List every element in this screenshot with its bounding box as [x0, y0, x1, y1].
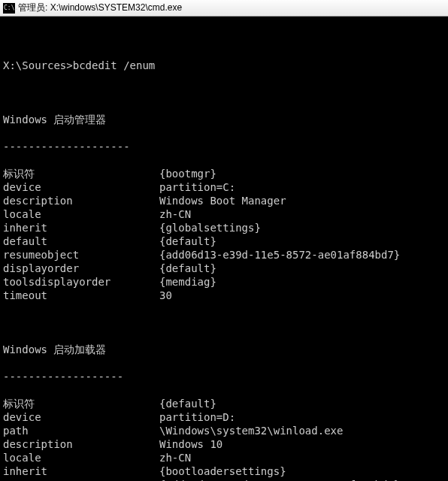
cmd-icon: C:\.	[3, 3, 15, 14]
row-key: locale	[3, 451, 159, 464]
row-value: {globalsettings}	[159, 221, 445, 234]
row-key: device	[3, 180, 159, 194]
row-value: {default}	[159, 234, 445, 248]
row-value: 30	[159, 289, 445, 302]
row-key: displayorder	[3, 262, 159, 275]
output-row: default{default}	[3, 234, 445, 248]
output-row: inherit{globalsettings}	[3, 221, 445, 234]
output-row: descriptionWindows Boot Manager	[3, 194, 445, 207]
cmd-icon-text: C:\.	[4, 5, 18, 11]
row-key: path	[3, 424, 159, 437]
row-value: {add06d15-e39d-11e5-8572-ae01af884bd7}	[159, 478, 445, 481]
section-title: Windows 启动管理器	[3, 113, 445, 126]
row-value: {bootloadersettings}	[159, 464, 445, 478]
row-value: {bootmgr}	[159, 167, 445, 180]
prompt-line: X:\Sources>bcdedit /enum	[3, 59, 445, 72]
row-key: locale	[3, 207, 159, 221]
row-key: inherit	[3, 221, 159, 234]
output-row: 标识符{default}	[3, 397, 445, 410]
row-key: inherit	[3, 464, 159, 478]
row-key: default	[3, 234, 159, 248]
output-row: 标识符{bootmgr}	[3, 167, 445, 180]
row-key: timeout	[3, 289, 159, 302]
output-row: timeout30	[3, 289, 445, 302]
blank-line	[3, 86, 445, 99]
command-text: bcdedit /enum	[73, 59, 156, 72]
section-divider: --------------------	[3, 140, 445, 153]
row-value: partition=D:	[159, 410, 445, 424]
output-row: displayorder{default}	[3, 262, 445, 275]
output-row: devicepartition=C:	[3, 180, 445, 194]
blank-line	[3, 316, 445, 329]
output-row: devicepartition=D:	[3, 410, 445, 424]
output-row: path\Windows\system32\winload.exe	[3, 424, 445, 437]
output-row: localezh-CN	[3, 451, 445, 464]
output-row: inherit{bootloadersettings}	[3, 464, 445, 478]
row-key: recoverysequence	[3, 478, 159, 481]
row-value: partition=C:	[159, 180, 445, 194]
row-value: {add06d13-e39d-11e5-8572-ae01af884bd7}	[159, 248, 445, 262]
row-value: Windows 10	[159, 437, 445, 451]
row-key: description	[3, 194, 159, 207]
row-key: resumeobject	[3, 248, 159, 262]
terminal-output[interactable]: X:\Sources>bcdedit /enum Windows 启动管理器 -…	[0, 17, 448, 481]
row-key: toolsdisplayorder	[3, 275, 159, 289]
row-key: 标识符	[3, 167, 159, 180]
window-titlebar[interactable]: C:\. 管理员: X:\windows\SYSTEM32\cmd.exe	[0, 0, 448, 17]
output-row: localezh-CN	[3, 207, 445, 221]
row-key: 标识符	[3, 397, 159, 410]
row-value: \Windows\system32\winload.exe	[159, 424, 445, 437]
row-value: Windows Boot Manager	[159, 194, 445, 207]
section-divider: -------------------	[3, 370, 445, 383]
output-row: descriptionWindows 10	[3, 437, 445, 451]
row-value: zh-CN	[159, 207, 445, 221]
output-row: recoverysequence{add06d15-e39d-11e5-8572…	[3, 478, 445, 481]
section-title: Windows 启动加载器	[3, 343, 445, 356]
row-value: {default}	[159, 262, 445, 275]
row-key: description	[3, 437, 159, 451]
window-title: 管理员: X:\windows\SYSTEM32\cmd.exe	[18, 2, 182, 14]
row-value: {default}	[159, 397, 445, 410]
row-value: {memdiag}	[159, 275, 445, 289]
output-row: toolsdisplayorder{memdiag}	[3, 275, 445, 289]
blank-line	[3, 32, 445, 45]
row-key: device	[3, 410, 159, 424]
row-value: zh-CN	[159, 451, 445, 464]
prompt: X:\Sources>	[3, 59, 73, 72]
output-row: resumeobject{add06d13-e39d-11e5-8572-ae0…	[3, 248, 445, 262]
